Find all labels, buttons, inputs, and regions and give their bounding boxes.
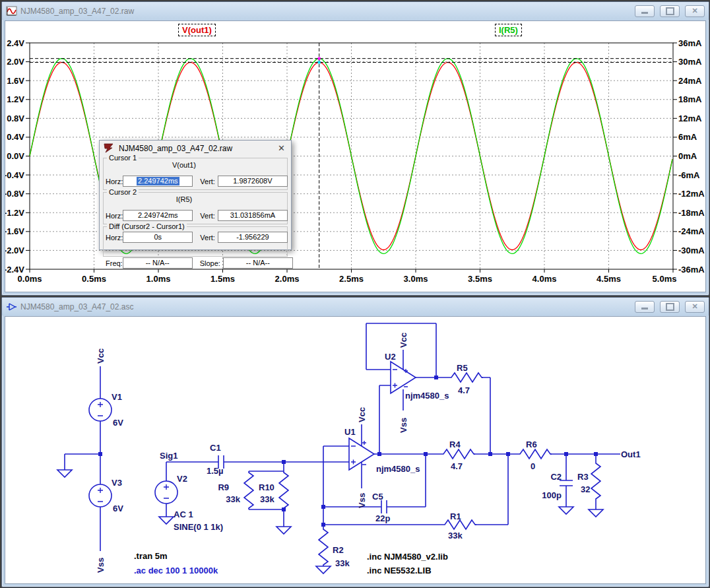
cursor2-vert-field[interactable]: 31.031856mA <box>218 210 288 221</box>
component-name[interactable]: V3 <box>112 478 122 488</box>
trace-label-vout1[interactable]: V(out1) <box>178 24 216 36</box>
diff-freq-field[interactable]: -- N/A-- <box>123 257 193 269</box>
dialog-close-button[interactable]: ✕ <box>276 143 287 153</box>
component-value[interactable]: 6V <box>113 504 123 513</box>
net-label-vcc[interactable]: Vcc <box>357 407 367 422</box>
schematic-drawing[interactable]: Vcc Vss Vcc Vss Vcc Vss Sig1 Out1 V1 6V … <box>5 317 705 583</box>
opamp-U2-pin-marks <box>393 369 408 388</box>
spice-directive-inc1[interactable]: .inc NJM4580_v2.lib <box>367 552 448 562</box>
component-name[interactable]: V1 <box>112 392 122 402</box>
cursor2-horz-field[interactable]: 2.249742ms <box>123 210 193 221</box>
cursor2-horz-label: Horz: <box>106 212 123 220</box>
component-name[interactable]: U2 <box>385 352 396 362</box>
ground-icon[interactable] <box>559 507 573 514</box>
component-name[interactable]: V2 <box>177 474 187 484</box>
cursor1-vert-field[interactable]: 1.9872608V <box>218 176 288 187</box>
component-value[interactable]: 33k <box>448 531 463 540</box>
component-value[interactable]: 33k <box>260 494 274 504</box>
net-label-vss[interactable]: Vss <box>96 558 106 573</box>
cursor-dialog[interactable]: NJM4580_amp_03_A47_02.raw ✕ Cursor 1 V(o… <box>99 140 292 250</box>
close-button[interactable]: ✕ <box>685 301 705 313</box>
component-name[interactable]: R2 <box>333 545 344 555</box>
net-label-vss[interactable]: Vss <box>399 418 408 433</box>
y-right-tick-label: -36mA <box>678 265 705 275</box>
net-label-out1[interactable]: Out1 <box>621 449 641 459</box>
y-right-tick-label: 18mA <box>678 94 702 104</box>
restore-button[interactable] <box>660 5 680 17</box>
source-V1-polarity <box>98 402 103 416</box>
component-name[interactable]: R9 <box>218 482 229 492</box>
close-button[interactable]: ✕ <box>685 5 705 17</box>
component-value[interactable]: 33k <box>335 558 350 568</box>
resistors[interactable] <box>244 373 600 566</box>
ltspice-logo-icon <box>104 143 115 154</box>
resistor-R2-symbol[interactable] <box>319 528 328 566</box>
component-value[interactable]: 22p <box>375 513 390 523</box>
x-tick-label: 2.5ms <box>339 274 364 284</box>
component-name[interactable]: R3 <box>577 472 589 482</box>
resistor-R3-symbol[interactable] <box>591 462 600 500</box>
component-value[interactable]: 6V <box>113 418 123 428</box>
resistor-R5-symbol[interactable] <box>450 373 483 382</box>
minimize-button[interactable] <box>635 301 655 313</box>
component-name[interactable]: C2 <box>550 472 562 482</box>
component-value[interactable]: AC 1 <box>174 509 193 519</box>
restore-button[interactable] <box>660 301 680 313</box>
component-name[interactable]: U1 <box>344 427 356 437</box>
schematic-wires[interactable] <box>65 323 620 551</box>
component-value[interactable]: 100p <box>542 490 562 500</box>
schematic-window-titlebar[interactable]: NJM4580_amp_03_A47_02.asc ✕ <box>2 298 709 315</box>
cursor2-group-label: Cursor 2 <box>107 188 139 196</box>
resistor-R4-symbol[interactable] <box>442 449 475 459</box>
spice-directive-ac[interactable]: .ac dec 100 1 10000k <box>134 566 218 575</box>
close-icon: ✕ <box>692 7 697 15</box>
ground-icon[interactable] <box>276 527 291 534</box>
resistor-R1-symbol[interactable] <box>443 520 476 529</box>
component-value[interactable]: SINE(0 1 1k) <box>174 522 223 532</box>
x-tick-label: 4.0ms <box>532 274 557 284</box>
spice-directive-tran[interactable]: .tran 5m <box>134 551 168 561</box>
component-value[interactable]: 4.7 <box>458 385 470 395</box>
component-name[interactable]: C1 <box>210 443 221 453</box>
capacitor-C5-symbol[interactable] <box>381 500 387 513</box>
y-left-tick-label: -1.2V <box>5 208 24 218</box>
diff-horz-field[interactable]: 0s <box>123 232 193 243</box>
resistor-R10-symbol[interactable] <box>279 471 288 509</box>
net-label-vcc[interactable]: Vcc <box>96 348 106 364</box>
net-label-sig1[interactable]: Sig1 <box>160 451 178 461</box>
net-label-vss[interactable]: Vss <box>357 493 367 508</box>
ground-icon[interactable] <box>57 470 72 477</box>
component-value[interactable]: njm4580_s <box>376 464 420 474</box>
ground-icon[interactable] <box>589 509 603 517</box>
x-tick-label: 3.5ms <box>468 274 492 284</box>
net-label-vcc[interactable]: Vcc <box>399 333 408 348</box>
ground-icon[interactable] <box>159 517 174 524</box>
component-name[interactable]: R5 <box>457 363 468 373</box>
component-name[interactable]: R10 <box>259 482 274 492</box>
diff-vert-field[interactable]: -1.956229 <box>218 232 288 243</box>
component-value[interactable]: 0 <box>531 461 535 471</box>
component-name[interactable]: C5 <box>372 492 383 502</box>
component-value[interactable]: njm4580_s <box>405 391 449 401</box>
waveform-window-titlebar[interactable]: NJM4580_amp_03_A47_02.raw ✕ <box>2 2 709 20</box>
x-tick-label: 5.0ms <box>653 274 677 284</box>
capacitor-C2-symbol[interactable] <box>560 480 573 486</box>
wire[interactable] <box>65 323 620 551</box>
cursor1-horz-field[interactable]: 2.249742ms <box>123 176 193 187</box>
ground-icon[interactable] <box>316 566 331 573</box>
minimize-button[interactable] <box>635 5 655 17</box>
component-name[interactable]: R1 <box>450 511 461 521</box>
component-name[interactable]: R6 <box>526 440 537 449</box>
cursor2-vert-label: Vert: <box>200 212 218 220</box>
spice-directive-inc2[interactable]: .inc NE5532.LIB <box>367 566 432 575</box>
component-value[interactable]: 1.5µ <box>207 466 224 476</box>
diff-slope-field[interactable]: -- N/A-- <box>223 257 293 269</box>
component-value[interactable]: 4.7 <box>451 461 463 471</box>
component-name[interactable]: R4 <box>449 440 461 449</box>
trace-label-ir5[interactable]: I(R5) <box>495 24 522 36</box>
component-value[interactable]: 32 <box>581 484 590 494</box>
resistor-R6-symbol[interactable] <box>519 449 552 459</box>
component-value[interactable]: 33k <box>226 494 240 504</box>
y-right-tick-label: -6mA <box>678 170 700 180</box>
resistor-R9-symbol[interactable] <box>244 471 253 509</box>
